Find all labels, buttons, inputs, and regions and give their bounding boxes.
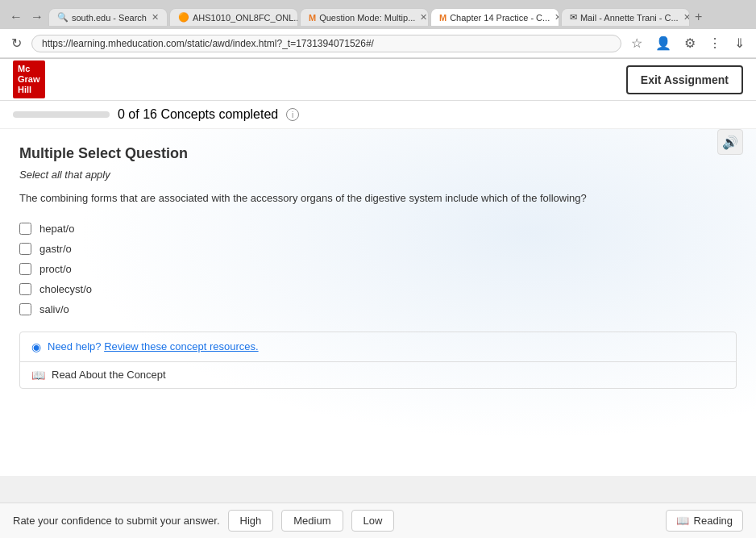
option-label-cholecysto[interactable]: cholecyst/o xyxy=(39,283,92,295)
answer-option-3[interactable]: proct/o xyxy=(19,263,737,275)
info-icon[interactable]: i xyxy=(286,108,299,121)
tab-bar: ← → 🔍 south.edu - Search ✕ 🟠 AHS1010_ONL… xyxy=(0,0,756,29)
profile-button[interactable]: 👤 xyxy=(652,35,675,51)
progress-area: 0 of 16 Concepts completed i xyxy=(0,101,756,129)
tab-south-edu[interactable]: 🔍 south.edu - Search ✕ xyxy=(48,8,168,26)
footer: Rate your confidence to submit your answ… xyxy=(0,503,756,538)
help-text: Need help? Review these concept resource… xyxy=(48,340,259,352)
tab-close-qmode[interactable]: ✕ xyxy=(420,12,427,23)
answer-option-2[interactable]: gastr/o xyxy=(19,243,737,255)
answer-option-5[interactable]: saliv/o xyxy=(19,303,737,315)
tab-ahs[interactable]: 🟠 AHS1010_ONL8FC_ONL... ✕ xyxy=(169,8,298,26)
tab-chapter14[interactable]: M Chapter 14 Practice - C... ✕ xyxy=(430,8,559,26)
exit-assignment-button[interactable]: Exit Assignment xyxy=(626,65,743,94)
back-button[interactable]: ← xyxy=(6,10,26,24)
option-label-gastro[interactable]: gastr/o xyxy=(39,243,72,255)
help-link[interactable]: Review these concept resources. xyxy=(104,340,258,352)
menu-button[interactable]: ⋮ xyxy=(705,35,725,51)
tab-icon-ahs: 🟠 xyxy=(178,12,189,23)
confidence-label: Rate your confidence to submit your answ… xyxy=(13,515,220,527)
option-label-hepato[interactable]: hepat/o xyxy=(39,223,74,235)
tab-icon-mail: ✉ xyxy=(570,12,577,23)
mcgraw-hill-logo: Mc Graw Hill xyxy=(13,60,45,99)
option-label-procto[interactable]: proct/o xyxy=(39,263,72,275)
reload-button[interactable]: ↻ xyxy=(8,35,25,51)
medium-confidence-button[interactable]: Medium xyxy=(281,510,343,532)
tab-label-ch14: Chapter 14 Practice - C... xyxy=(450,13,550,23)
help-header[interactable]: ◉ Need help? Review these concept resour… xyxy=(20,332,736,361)
sound-button[interactable]: 🔊 xyxy=(717,129,743,155)
sound-icon: 🔊 xyxy=(722,135,738,150)
tab-close-search[interactable]: ✕ xyxy=(152,12,159,23)
checkbox-cholecysto[interactable] xyxy=(19,283,31,295)
checkbox-gastro[interactable] xyxy=(19,243,31,255)
tab-icon-search: 🔍 xyxy=(57,12,69,23)
tab-close-ch14[interactable]: ✕ xyxy=(555,12,559,23)
logo-line2: Graw xyxy=(18,74,40,85)
new-tab-button[interactable]: + xyxy=(695,10,702,24)
address-input[interactable] xyxy=(31,35,621,52)
main-content: 🔊 Multiple Select Question Select all th… xyxy=(0,129,756,476)
confidence-section: Rate your confidence to submit your answ… xyxy=(13,510,394,532)
tab-mail[interactable]: ✉ Mail - Annette Trani - C... ✕ xyxy=(561,8,690,26)
logo-line3: Hill xyxy=(18,85,40,95)
checkbox-salivo[interactable] xyxy=(19,303,31,315)
bookmark-button[interactable]: ☆ xyxy=(628,35,646,51)
progress-text: 0 of 16 Concepts completed xyxy=(118,107,278,122)
high-confidence-button[interactable]: High xyxy=(228,510,274,532)
checkbox-hepato[interactable] xyxy=(19,223,31,235)
tab-icon-ch14: M xyxy=(439,13,447,23)
tab-label-qmode: Question Mode: Multip... xyxy=(319,13,415,23)
answer-option-4[interactable]: cholecyst/o xyxy=(19,283,737,295)
tab-label-ahs: AHS1010_ONL8FC_ONL... xyxy=(193,13,298,23)
question-container: Multiple Select Question Select all that… xyxy=(0,129,756,405)
reading-icon: 📖 xyxy=(676,515,689,527)
reading-label: Reading xyxy=(694,515,733,527)
tab-label-mail: Mail - Annette Trani - C... xyxy=(580,13,679,23)
book-icon: 📖 xyxy=(31,369,45,382)
tab-close-mail[interactable]: ✕ xyxy=(683,12,690,23)
checkbox-procto[interactable] xyxy=(19,263,31,275)
resource-text: Read About the Concept xyxy=(52,369,166,381)
progress-track xyxy=(13,111,110,118)
app-header: Mc Graw Hill Exit Assignment xyxy=(0,59,756,101)
tab-icon-qmode: M xyxy=(309,13,316,23)
low-confidence-button[interactable]: Low xyxy=(351,510,395,532)
tab-label: south.edu - Search xyxy=(72,13,147,23)
settings-icon[interactable]: ⚙ xyxy=(681,35,699,51)
forward-button[interactable]: → xyxy=(27,10,47,24)
download-button[interactable]: ⇓ xyxy=(731,35,748,51)
tab-question-mode[interactable]: M Question Mode: Multip... ✕ xyxy=(300,8,429,26)
option-label-salivo[interactable]: saliv/o xyxy=(39,303,69,315)
question-title: Multiple Select Question xyxy=(19,145,737,162)
help-resource-item[interactable]: 📖 Read About the Concept xyxy=(20,361,736,388)
reading-button[interactable]: 📖 Reading xyxy=(666,510,743,532)
help-section: ◉ Need help? Review these concept resour… xyxy=(19,332,737,389)
help-circle-icon: ◉ xyxy=(31,340,41,353)
logo-line1: Mc xyxy=(18,64,40,74)
question-subtitle: Select all that apply xyxy=(19,169,737,181)
answer-options-list: hepat/o gastr/o proct/o cholecyst/o sali… xyxy=(19,223,737,315)
answer-option-1[interactable]: hepat/o xyxy=(19,223,737,235)
question-text: The combining forms that are associated … xyxy=(19,190,737,206)
address-bar: ↻ ☆ 👤 ⚙ ⋮ ⇓ xyxy=(0,29,756,58)
